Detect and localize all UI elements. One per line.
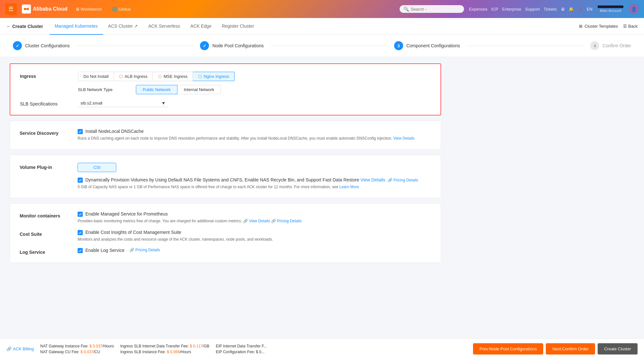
monitor-icon[interactable]: 🖥	[561, 7, 565, 12]
logo-icon	[22, 5, 31, 14]
public-network-btn[interactable]: Public Network	[136, 85, 177, 94]
alb-icon: ⬡	[119, 74, 123, 79]
back-button[interactable]: ☰ Back	[623, 24, 638, 29]
csi-button[interactable]: CSI	[78, 163, 116, 172]
nas-provision-label: Dynamically Provision Volumes by Using D…	[85, 177, 418, 182]
step-3-circle: 3	[394, 41, 403, 50]
nodelocal-dns-row: Install NodeLocal DNSCache	[78, 129, 431, 134]
step-2-circle: ✓	[200, 41, 209, 50]
step-1-circle: ✓	[13, 41, 22, 50]
tab-register-cluster[interactable]: Register Cluster	[217, 18, 259, 35]
cluster-templates-button[interactable]: ⊞ Cluster Templates	[579, 24, 618, 29]
volume-view-details[interactable]: View Details.	[360, 177, 386, 182]
network-type-row: SLB Network Type Public Network Internal…	[78, 85, 431, 94]
icp-link[interactable]: ICP	[491, 7, 498, 12]
ingress-label: Ingress	[20, 72, 78, 79]
step-2-label: Node Pool Configurations	[212, 43, 264, 48]
sub-nav-right: ⊞ Cluster Templates ☰ Back	[579, 24, 638, 29]
list-icon: ☰	[623, 24, 627, 29]
bell-icon[interactable]: 🔔	[569, 7, 574, 12]
nas-provision-checkbox[interactable]	[78, 178, 83, 183]
monitor-pricing-link[interactable]: 🔗 Pricing Details	[271, 218, 302, 224]
en-selector[interactable]: EN	[587, 7, 592, 12]
service-discovery-section: Service Discovery Install NodeLocal DNSC…	[10, 121, 441, 150]
volume-pricing-link[interactable]: 🔗 Pricing Details	[388, 178, 418, 182]
back-arrow-icon: ←	[6, 24, 11, 29]
tab-ack-serverless[interactable]: ACK Serverless	[143, 18, 185, 35]
monitor-row: Monitor containers Enable Managed Servic…	[20, 211, 431, 224]
sub-navigation: ← Create Cluster Managed Kubernetes ACS …	[0, 18, 644, 35]
workbench-icon: 🖥	[75, 7, 80, 12]
monitor-label: Monitor containers	[20, 211, 78, 218]
log-service-label-text[interactable]: Enable Log Service	[85, 248, 124, 253]
logo-text: Alibaba Cloud	[33, 6, 68, 12]
ingress-options: Do Not Install ⬡ ALB Ingress ⬡ MSE Ingre…	[78, 72, 431, 94]
tab-managed-kubernetes[interactable]: Managed Kubernetes	[50, 18, 103, 35]
mse-icon: ⬡	[158, 74, 162, 79]
step-connector-3	[466, 46, 584, 46]
cost-insights-row: Enable Cost Insights of Cost Management …	[78, 230, 431, 235]
slb-spec-select[interactable]: slb.s2.small ▼	[78, 99, 168, 107]
slb-spec-content: slb.s2.small ▼	[78, 99, 431, 107]
step-4-label: Confirm Order	[602, 43, 631, 48]
back-button-label: Back	[628, 24, 638, 29]
network-btn-group: Public Network Internal Network	[136, 85, 221, 94]
internal-network-btn[interactable]: Internal Network	[177, 85, 221, 94]
mse-ingress-btn[interactable]: ⬡ MSE Ingress	[153, 72, 193, 81]
back-link-label: Create Cluster	[12, 24, 43, 29]
expenses-link[interactable]: Expenses	[469, 7, 488, 12]
prometheus-row: Enable Managed Service for Prometheus	[78, 211, 431, 217]
service-discovery-content: Install NodeLocal DNSCache Runs a DNS ca…	[78, 129, 431, 142]
cost-suite-description: Monitors and analyzes the costs and reso…	[78, 236, 431, 243]
step-3-label: Component Configurations	[406, 43, 460, 48]
volume-footer-text: 5 GiB of Capacity NAS space or 1 GB of P…	[78, 184, 431, 190]
slb-spec-value: slb.s2.small	[80, 101, 102, 106]
nginx-ingress-btn[interactable]: ⬡ Nginx Ingress	[193, 72, 234, 81]
log-service-check-row: Enable Log Service 🔗 Pricing Details	[78, 248, 431, 253]
volume-plugin-label: Volume Plug-in	[20, 163, 78, 170]
volume-plugin-row: Volume Plug-in CSI Dynamically Provision…	[20, 163, 431, 190]
search-box[interactable]: 🔍	[400, 5, 464, 13]
account-bar	[598, 5, 623, 8]
slb-spec-label: SLB Specifications	[20, 99, 78, 106]
volume-learn-more[interactable]: Learn More	[339, 185, 359, 189]
top-navigation: ☰ Alibaba Cloud 🖥 Workbench 🌐 Global 🔍 E…	[0, 0, 644, 18]
do-not-install-btn[interactable]: Do Not Install	[78, 72, 114, 81]
monitor-section: Monitor containers Enable Managed Servic…	[10, 203, 441, 262]
global-icon: 🌐	[112, 7, 117, 12]
alb-ingress-btn[interactable]: ⬡ ALB Ingress	[114, 72, 153, 81]
cost-insights-label[interactable]: Enable Cost Insights of Cost Management …	[85, 230, 181, 235]
cluster-templates-label: Cluster Templates	[584, 24, 618, 29]
nodelocal-dns-checkbox[interactable]	[78, 129, 83, 134]
workbench-nav[interactable]: 🖥 Workbench	[73, 5, 105, 13]
monitor-view-details[interactable]: 🔗 View Details	[243, 219, 270, 223]
tab-ack-edge[interactable]: ACK Edge	[185, 18, 216, 35]
enterprise-link[interactable]: Enterprise	[502, 7, 521, 12]
support-link[interactable]: Support	[525, 7, 540, 12]
step-4: 4 Confirm Order	[590, 41, 631, 50]
help-icon[interactable]: ❓	[578, 7, 583, 12]
tab-acs-cluster[interactable]: ACS Cluster ↗	[103, 18, 143, 35]
prometheus-checkbox[interactable]	[78, 212, 83, 217]
main-account-label[interactable]: Main Account	[600, 9, 621, 13]
tickets-link[interactable]: Tickets	[544, 7, 557, 12]
volume-plugin-section: Volume Plug-in CSI Dynamically Provision…	[10, 155, 441, 198]
global-nav[interactable]: 🌐 Global	[109, 5, 133, 13]
cost-suite-row: Cost Suite Enable Cost Insights of Cost …	[20, 230, 431, 243]
step-connector-1	[76, 46, 194, 46]
service-discovery-description: Runs a DNS caching agent on each node to…	[78, 135, 431, 142]
avatar[interactable]: 👤	[629, 4, 639, 14]
log-service-checkbox[interactable]	[78, 248, 83, 253]
hamburger-button[interactable]: ☰	[5, 3, 17, 15]
step-1-label: Cluster Configurations	[25, 43, 70, 48]
nodelocal-dns-label[interactable]: Install NodeLocal DNSCache	[85, 129, 144, 134]
back-link[interactable]: ← Create Cluster	[6, 24, 43, 29]
step-3: 3 Component Configurations	[394, 41, 460, 50]
volume-plugin-content: CSI Dynamically Provision Volumes by Usi…	[78, 163, 431, 190]
log-pricing-link[interactable]: 🔗 Pricing Details	[129, 248, 160, 252]
service-discovery-view-details[interactable]: View Details	[393, 136, 414, 141]
prometheus-label[interactable]: Enable Managed Service for Prometheus	[85, 211, 168, 216]
search-input[interactable]	[411, 7, 459, 12]
cost-insights-checkbox[interactable]	[78, 230, 83, 235]
network-type-label: SLB Network Type	[78, 87, 136, 92]
